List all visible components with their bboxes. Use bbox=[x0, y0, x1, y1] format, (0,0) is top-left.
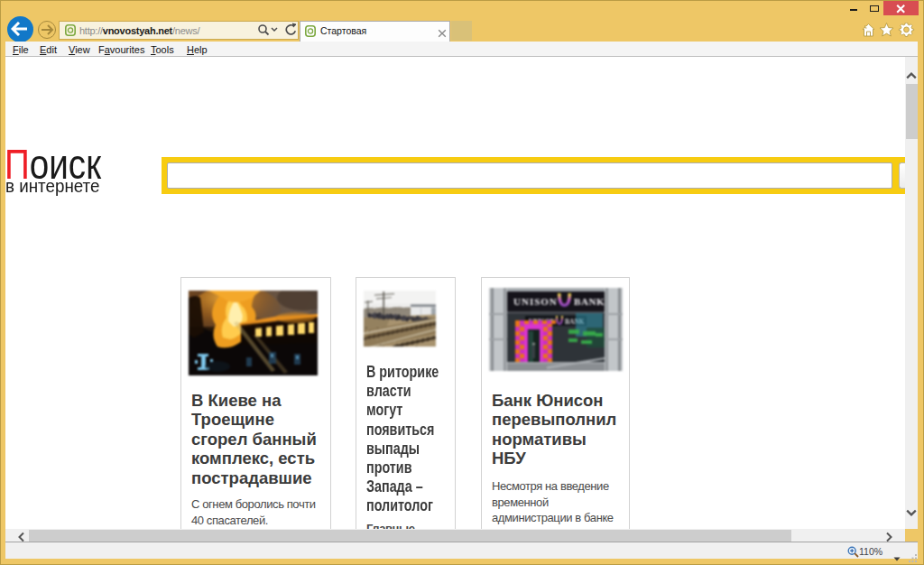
svg-text:BANK: BANK bbox=[574, 296, 605, 307]
svg-text:UNISON: UNISON bbox=[513, 296, 558, 307]
